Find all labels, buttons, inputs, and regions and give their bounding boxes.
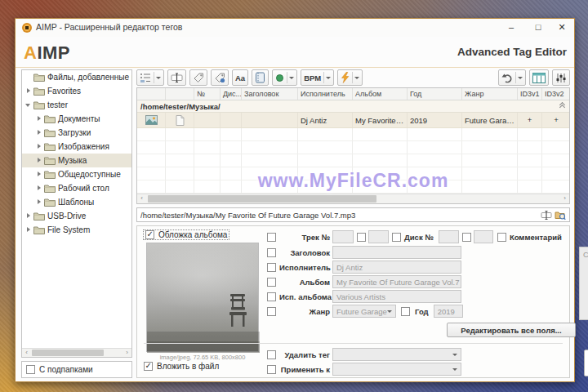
row-cell-8[interactable]: Future Garage [462, 113, 518, 127]
column-header-Заголовок[interactable]: Заголовок [242, 88, 298, 100]
genre-checkbox[interactable] [267, 307, 276, 316]
table-scrollbar-thumb[interactable] [148, 195, 376, 203]
minimize-button[interactable]: – [502, 20, 520, 35]
expand-arrow-icon[interactable] [36, 157, 43, 164]
file-path-value[interactable]: /home/tester/Музыка/My Favorite Of Futur… [140, 211, 541, 220]
delete-tag-combobox[interactable] [332, 348, 461, 361]
column-header-Альбом[interactable]: Альбом [353, 88, 408, 100]
edit-all-fields-button[interactable]: Редактировать все поля... [447, 323, 576, 337]
track-checkbox[interactable] [267, 233, 276, 242]
expand-arrow-icon[interactable] [36, 129, 43, 136]
cover-art-checkbox[interactable] [145, 230, 154, 239]
row-cell-4[interactable] [242, 113, 298, 127]
sidebar-item-favorites[interactable]: Favorites [22, 84, 131, 98]
dropdown-split[interactable] [287, 72, 294, 83]
row-cell-7[interactable]: 2019 [408, 113, 462, 127]
column-header-icon[interactable] [166, 88, 194, 100]
column-header-Год[interactable]: Год [408, 88, 462, 100]
column-header-Дис...[interactable]: Дис... [220, 88, 242, 100]
apply-to-checkbox[interactable] [267, 365, 276, 374]
disc-number-input[interactable] [439, 230, 459, 243]
sidebar-item-документы[interactable]: Документы [22, 112, 131, 126]
scroll-right-icon[interactable]: › [122, 349, 131, 357]
sidebar-item-изображения[interactable]: Изображения [22, 140, 131, 154]
embed-in-file-checkbox[interactable] [144, 362, 153, 371]
expand-arrow-icon[interactable] [36, 198, 43, 206]
actions-button[interactable] [337, 69, 363, 86]
album-input[interactable]: My Favorite Of Future Garage Vol.7 [332, 275, 461, 288]
year-checkbox[interactable] [401, 307, 410, 316]
sort-mode-button[interactable] [136, 69, 164, 86]
columns-button[interactable] [529, 69, 549, 86]
sidebar-item-общедоступные[interactable]: Общедоступные [22, 167, 131, 181]
title-checkbox[interactable] [267, 248, 276, 257]
replaygain-button[interactable] [272, 69, 297, 86]
track-total-input[interactable] [368, 230, 389, 243]
expand-arrow-icon[interactable] [25, 212, 33, 220]
album-artist-input[interactable]: Various Artists [332, 290, 461, 303]
expand-arrow-icon[interactable] [36, 171, 43, 178]
artist-input[interactable]: Dj Antiz [332, 261, 461, 274]
table-row[interactable]: Dj AntizMy Favorite Of Future Garage Vol… [137, 113, 569, 128]
genre-combobox[interactable]: Future Garage [332, 305, 396, 318]
options-button[interactable] [552, 69, 570, 86]
scroll-left-icon[interactable]: ‹ [22, 349, 31, 357]
rename-files-button[interactable] [167, 69, 186, 86]
letter-case-button[interactable]: Aa [232, 69, 248, 86]
column-header-№[interactable]: № [194, 88, 220, 100]
disc-total-input[interactable] [474, 230, 493, 243]
lyrics-button[interactable] [252, 69, 269, 86]
column-header-ID3v2[interactable]: ID3v2 [542, 88, 570, 100]
close-button[interactable]: ✕ [553, 20, 571, 35]
rename-file-icon[interactable] [541, 209, 552, 220]
collapse-arrow-icon[interactable] [25, 101, 33, 109]
expand-arrow-icon[interactable] [36, 143, 43, 150]
column-header-Исполнитель[interactable]: Исполнитель [298, 88, 353, 100]
row-cell-1[interactable] [166, 113, 194, 127]
row-cell-10[interactable]: + [542, 113, 570, 127]
disc-total-checkbox[interactable] [462, 233, 471, 242]
table-horizontal-scrollbar[interactable]: ‹ › [137, 194, 569, 203]
expand-arrow-icon[interactable] [36, 115, 43, 122]
comment-textarea[interactable]: Compiled By Dj Antiz [579, 247, 588, 320]
sidebar-item-рабочий-стол[interactable]: Рабочий стол [22, 181, 131, 195]
column-header-Жанр[interactable]: Жанр [462, 88, 518, 100]
apply-to-combobox[interactable] [332, 363, 461, 376]
column-header-icon[interactable] [137, 88, 166, 100]
row-cell-3[interactable] [220, 113, 242, 127]
dropdown-split[interactable] [323, 72, 331, 83]
artist-checkbox[interactable] [267, 263, 276, 272]
album-checkbox[interactable] [267, 278, 276, 287]
expand-arrow-icon[interactable] [36, 185, 43, 192]
tag-from-file-button[interactable] [189, 69, 207, 86]
sidebar-item-file-system[interactable]: File System [22, 223, 131, 237]
dropdown-split[interactable] [352, 72, 359, 83]
bpm-button[interactable]: BPM [301, 69, 334, 86]
scroll-right-icon[interactable]: › [560, 194, 569, 203]
tree-scrollbar-thumb[interactable] [32, 350, 104, 356]
scroll-left-icon[interactable]: ‹ [137, 194, 146, 203]
album-artist-checkbox[interactable] [267, 292, 276, 301]
locate-file-icon[interactable] [555, 209, 566, 220]
title-input[interactable] [332, 246, 461, 259]
row-cell-9[interactable]: + [518, 113, 542, 127]
track-total-checkbox[interactable] [357, 233, 366, 242]
sidebar-item-файлы-добавленные-польз[interactable]: Файлы, добавленные польз [22, 70, 131, 84]
year-input[interactable]: 2019 [434, 305, 463, 318]
column-header-ID3v1[interactable]: ID3v1 [518, 88, 542, 100]
sidebar-item-usb-drive[interactable]: USB-Drive [22, 209, 131, 223]
fill-tags-button[interactable] [211, 69, 229, 86]
sidebar-item-загрузки[interactable]: Загрузки [22, 126, 131, 140]
dropdown-split[interactable] [154, 72, 161, 83]
comment-checkbox[interactable] [497, 233, 506, 242]
sidebar-item-музыка[interactable]: Музыка [22, 154, 131, 167]
row-cell-5[interactable]: Dj Antiz [298, 113, 353, 127]
album-art-image[interactable] [146, 243, 259, 352]
expand-arrow-icon[interactable] [25, 226, 33, 234]
disc-checkbox[interactable] [392, 233, 401, 242]
delete-tag-checkbox[interactable] [267, 350, 276, 359]
table-group-row[interactable]: /home/tester/Музыка/ [137, 100, 569, 113]
save-button[interactable] [584, 350, 588, 376]
undo-button[interactable] [498, 69, 526, 86]
subfolders-checkbox[interactable] [26, 365, 35, 374]
